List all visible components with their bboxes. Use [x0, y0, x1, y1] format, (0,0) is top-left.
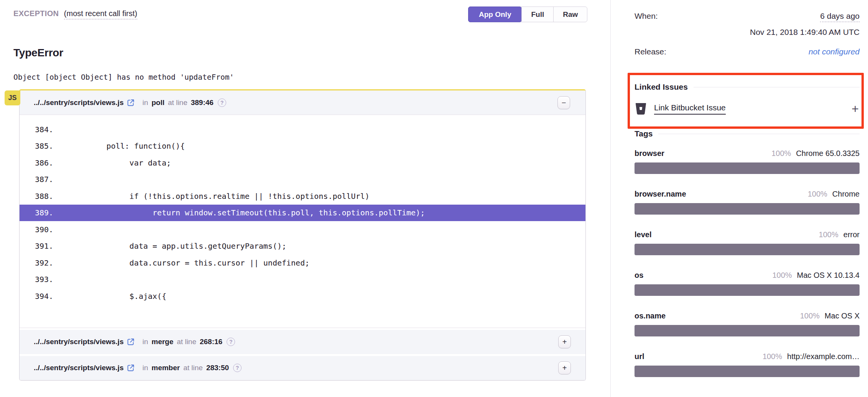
exception-type: TypeError [13, 47, 63, 59]
tag-bar [635, 203, 860, 215]
tag-key[interactable]: os.name [635, 312, 800, 320]
view-toggle-raw[interactable]: Raw [553, 7, 587, 22]
tag-value[interactable]: Mac OS X [825, 312, 860, 320]
release-value[interactable]: not configured [809, 47, 860, 56]
when-absolute: Nov 21, 2018 1:49:40 AM UTC [635, 28, 860, 37]
add-linked-issue-button[interactable]: + [852, 103, 859, 115]
tag-bar-track [635, 284, 860, 296]
line-number: 387. [35, 175, 60, 184]
exception-order-note[interactable]: (most recent call first) [64, 9, 137, 20]
tag-key[interactable]: url [635, 352, 763, 361]
frame-at-label: at line [177, 338, 196, 346]
tag-key[interactable]: browser [635, 149, 771, 158]
frame-header-expanded[interactable]: ../../sentry/scripts/views.js in poll at… [20, 90, 585, 115]
bitbucket-icon [635, 102, 647, 115]
frame-header-collapsed[interactable]: ../../sentry/scripts/views.js in member … [20, 354, 585, 380]
stacktrace: ../../sentry/scripts/views.js in poll at… [19, 89, 586, 381]
view-toggle-full[interactable]: Full [521, 7, 553, 22]
frame-header-collapsed[interactable]: ../../sentry/scripts/views.js in merge a… [20, 328, 585, 354]
help-icon[interactable]: ? [233, 364, 242, 372]
line-code: poll: function(){ [60, 141, 185, 151]
code-line: 384. [20, 121, 585, 138]
exception-message: Object [object Object] has no method 'up… [13, 73, 234, 82]
tag-key[interactable]: level [635, 230, 819, 239]
tag-item: browser 100% Chrome 65.0.3325 [635, 149, 860, 174]
link-bitbucket-row: Link Bitbucket Issue + [635, 102, 860, 115]
code-line: 389. return window.setTimeout(this.poll,… [20, 205, 585, 221]
code-line: 385. poll: function(){ [20, 138, 585, 155]
tag-item: os 100% Mac OS X 10.13.4 [635, 271, 860, 296]
line-number: 389. [35, 208, 60, 217]
view-toggle-group: App OnlyFullRaw [468, 7, 587, 22]
line-number: 393. [35, 275, 60, 284]
code-line: 392. data.cursor = this.cursor || undefi… [20, 254, 585, 271]
tag-percent: 100% [800, 312, 820, 320]
view-toggle-app-only[interactable]: App Only [468, 7, 522, 22]
frame-at-label: at line [168, 98, 187, 107]
frame-filename[interactable]: ../../sentry/scripts/views.js [34, 364, 123, 372]
line-code: data.cursor = this.cursor || undefined; [60, 258, 309, 267]
help-icon[interactable]: ? [227, 338, 235, 346]
code-line: 387. [20, 171, 585, 188]
linked-issues-heading: Linked Issues [635, 82, 860, 92]
collapse-frame-button[interactable]: − [557, 96, 570, 109]
tag-bar [635, 284, 860, 296]
tag-value[interactable]: http://example.com… [787, 352, 860, 361]
tag-bar-track [635, 203, 860, 215]
tag-key[interactable]: browser.name [635, 190, 808, 198]
frame-function: member [151, 364, 180, 372]
help-icon[interactable]: ? [218, 98, 226, 107]
frame-filename[interactable]: ../../sentry/scripts/views.js [34, 98, 123, 107]
tag-value[interactable]: error [843, 230, 860, 239]
line-code: data = app.utils.getQueryParams(); [60, 241, 286, 251]
line-code: if (!this.options.realtime || !this.opti… [60, 192, 370, 201]
exception-section-label: EXCEPTION (most recent call first) [13, 9, 137, 18]
tag-item: level 100% error [635, 230, 860, 255]
external-link-icon[interactable] [127, 99, 135, 107]
tag-percent: 100% [763, 352, 782, 361]
heading-rule [694, 87, 860, 87]
heading-rule [658, 134, 860, 134]
expand-frame-button[interactable]: + [558, 361, 571, 374]
external-link-icon[interactable] [127, 364, 135, 372]
code-line: 390. [20, 221, 585, 238]
line-number: 392. [35, 258, 60, 267]
exception-label-text: EXCEPTION [13, 9, 59, 18]
tags-title: Tags [635, 129, 653, 138]
line-code: $.ajax({ [60, 292, 166, 301]
code-block: 384. 385. poll: function(){ 386. var dat… [20, 115, 585, 328]
tag-item: browser.name 100% Chrome [635, 190, 860, 215]
tag-key[interactable]: os [635, 271, 772, 280]
external-link-icon[interactable] [127, 338, 135, 346]
line-number: 391. [35, 241, 60, 251]
release-row: Release: not configured [635, 47, 860, 56]
expand-frame-button[interactable]: + [558, 335, 571, 348]
line-number: 394. [35, 292, 60, 301]
tag-value[interactable]: Mac OS X 10.13.4 [797, 271, 860, 280]
tag-item: url 100% http://example.com… [635, 352, 860, 377]
line-code: return window.setTimeout(this.poll, this… [60, 208, 425, 217]
tag-bar [635, 366, 860, 377]
platform-js-badge: JS [5, 90, 20, 105]
frame-function: merge [151, 338, 173, 346]
linked-issues-title: Linked Issues [635, 82, 688, 92]
line-code: var data; [60, 158, 171, 167]
tag-percent: 100% [772, 271, 792, 280]
link-bitbucket-issue-link[interactable]: Link Bitbucket Issue [654, 103, 726, 115]
tag-bar [635, 325, 860, 336]
tag-bar-track [635, 366, 860, 377]
code-line: 386. var data; [20, 154, 585, 171]
when-relative[interactable]: 6 days ago [820, 11, 860, 22]
line-number: 385. [35, 141, 60, 151]
tag-bar [635, 244, 860, 255]
line-number: 388. [35, 192, 60, 201]
frame-filename[interactable]: ../../sentry/scripts/views.js [34, 338, 123, 346]
frame-lineno: 268:16 [200, 338, 222, 346]
tags-heading: Tags [635, 129, 860, 138]
frame-in-label: in [142, 338, 148, 346]
frame-lineno: 283:50 [206, 364, 229, 372]
tag-item: os.name 100% Mac OS X [635, 312, 860, 336]
when-row: When: 6 days ago [635, 11, 860, 22]
tag-value[interactable]: Chrome [832, 190, 860, 198]
tag-value[interactable]: Chrome 65.0.3325 [796, 149, 860, 158]
